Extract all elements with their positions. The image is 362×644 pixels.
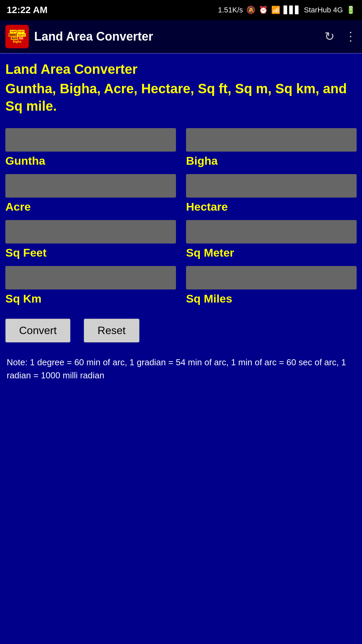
sqfeet-label: Sq Feet [5,246,176,259]
sqmiles-label: Sq Miles [186,292,357,305]
status-time: 12:22 AM [7,5,48,15]
sqfeet-input[interactable] [5,220,176,244]
icon-text-6: Ha [19,37,23,40]
notification-icon: 🔕 [246,6,255,14]
page-subheading: Guntha, Bigha, Acre, Hectare, Sq ft, Sq … [5,80,357,115]
acre-group: Acre [5,174,176,213]
status-icons: 1.51K/s 🔕 ⏰ 📶 ▋▋▋ StarHub 4G 🔋 [218,6,355,14]
guntha-group: Guntha [5,128,176,167]
alarm-icon: ⏰ [259,6,268,14]
bigha-group: Bigha [186,128,357,167]
wifi-icon: 📶 [271,6,280,14]
guntha-label: Guntha [5,154,176,167]
sqkm-group: Sq Km [5,266,176,305]
hectare-group: Hectare [186,174,357,213]
app-title: Land Area Converter [34,30,324,44]
sqfeet-group: Sq Feet [5,220,176,259]
icon-text-4: SqKm [17,33,26,37]
hectare-label: Hectare [186,200,357,213]
sqkm-input[interactable] [5,266,176,289]
status-bar: 12:22 AM 1.51K/s 🔕 ⏰ 📶 ▋▋▋ StarHub 4G 🔋 [0,0,362,20]
battery-icon: 🔋 [346,6,355,14]
note-text: Note: 1 degree = 60 min of arc, 1 gradia… [5,356,357,382]
sqkm-label: Sq Km [5,292,176,305]
reset-button[interactable]: Reset [84,319,139,342]
icon-text-1: SqM [10,30,17,33]
sqmiles-input[interactable] [186,266,357,289]
signal-icon: ▋▋▋ [284,6,301,14]
app-bar: SqM SqFt Sqmi SqKm Acre Ha Bigha Land Ar… [0,20,362,54]
sqmeter-label: Sq Meter [186,246,357,259]
guntha-input[interactable] [5,128,176,152]
hectare-input[interactable] [186,174,357,198]
main-content: Land Area Converter Guntha, Bigha, Acre,… [0,54,362,389]
menu-button[interactable]: ⋮ [345,30,357,44]
speed-indicator: 1.51K/s [218,6,243,14]
convert-button[interactable]: Convert [5,319,70,342]
sqmeter-input[interactable] [186,220,357,244]
app-icon: SqM SqFt Sqmi SqKm Acre Ha Bigha [5,25,29,48]
refresh-button[interactable]: ↻ [324,30,335,44]
app-bar-actions: ↻ ⋮ [324,30,357,44]
bigha-input[interactable] [186,128,357,152]
page-heading: Land Area Converter [5,60,357,78]
sqmeter-group: Sq Meter [186,220,357,259]
input-grid: Guntha Bigha Acre Hectare Sq Feet Sq Met… [5,128,357,305]
icon-text-7: Bigha [13,40,21,43]
bigha-label: Bigha [186,154,357,167]
buttons-row: Convert Reset [5,319,357,342]
icon-text-3: Sqmi [8,33,16,37]
acre-label: Acre [5,200,176,213]
icon-text-2: SqFt [17,30,25,33]
acre-input[interactable] [5,174,176,198]
icon-text-5: Acre [11,37,18,40]
carrier-label: StarHub 4G [304,6,343,14]
sqmiles-group: Sq Miles [186,266,357,305]
